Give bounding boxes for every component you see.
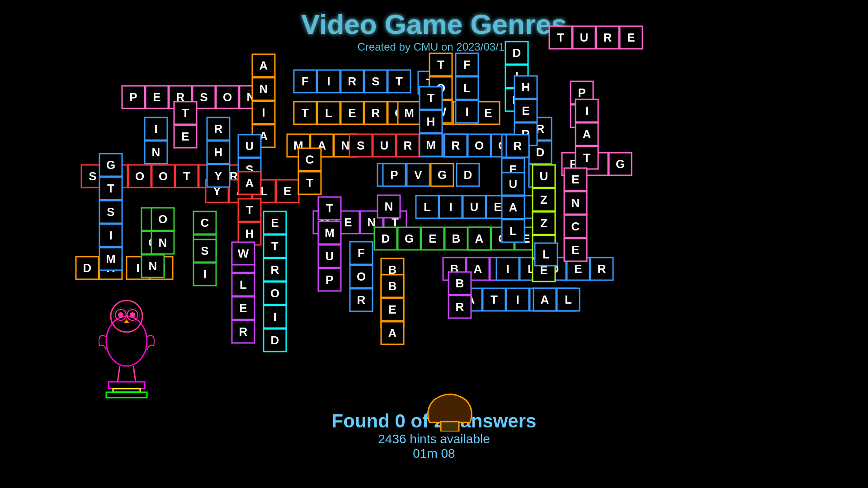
svg-text:N: N <box>341 139 350 152</box>
svg-text:E: E <box>429 232 436 245</box>
svg-text:E: E <box>522 104 529 117</box>
svg-text:L: L <box>565 293 572 306</box>
svg-text:U: U <box>509 177 518 191</box>
svg-text:O: O <box>270 286 279 300</box>
svg-text:C: C <box>571 220 580 233</box>
svg-text:T: T <box>326 202 333 215</box>
svg-text:F: F <box>358 246 365 260</box>
svg-text:Z: Z <box>540 193 547 206</box>
svg-text:S: S <box>89 169 96 183</box>
svg-text:M: M <box>404 106 414 120</box>
svg-text:T: T <box>182 106 189 120</box>
svg-text:E: E <box>484 106 492 120</box>
svg-text:R: R <box>404 139 412 152</box>
svg-text:I: I <box>273 310 276 324</box>
svg-text:N: N <box>385 200 393 213</box>
svg-text:N: N <box>152 145 160 159</box>
svg-text:A: A <box>245 176 254 190</box>
svg-text:H: H <box>245 227 254 240</box>
svg-text:G: G <box>405 232 414 245</box>
svg-text:P: P <box>326 273 333 286</box>
svg-text:D: D <box>83 261 92 275</box>
svg-text:T: T <box>583 151 590 164</box>
svg-rect-391 <box>108 382 145 389</box>
svg-text:E: E <box>344 216 352 229</box>
svg-text:I: I <box>109 229 112 242</box>
svg-text:R: R <box>452 139 460 152</box>
svg-text:D: D <box>513 46 521 60</box>
svg-text:R: R <box>372 106 380 120</box>
svg-text:B: B <box>456 277 464 290</box>
svg-text:I: I <box>327 75 330 88</box>
svg-text:R: R <box>357 293 366 307</box>
svg-text:U: U <box>326 249 334 263</box>
svg-text:T: T <box>491 293 498 306</box>
svg-text:D: D <box>382 232 390 245</box>
svg-text:T: T <box>183 169 190 183</box>
svg-text:D: D <box>536 145 545 159</box>
svg-text:U: U <box>580 31 589 44</box>
svg-text:M: M <box>106 252 116 266</box>
svg-text:I: I <box>154 122 157 136</box>
svg-text:U: U <box>540 169 548 183</box>
svg-text:I: I <box>262 106 265 119</box>
svg-text:H: H <box>522 80 530 94</box>
svg-text:S: S <box>357 139 364 152</box>
svg-text:E: E <box>348 106 356 120</box>
svg-text:E: E <box>239 301 247 315</box>
svg-text:T: T <box>302 106 309 120</box>
svg-text:F: F <box>302 75 309 88</box>
svg-text:N: N <box>159 236 167 249</box>
svg-text:G: G <box>438 168 447 182</box>
svg-text:E: E <box>574 262 582 276</box>
svg-text:E: E <box>494 200 501 214</box>
svg-text:I: I <box>465 105 468 118</box>
svg-text:L: L <box>325 106 332 120</box>
svg-text:F: F <box>463 58 471 71</box>
svg-text:Y: Y <box>214 169 222 183</box>
svg-line-389 <box>118 366 120 382</box>
mascot <box>88 287 165 400</box>
svg-text:W: W <box>238 247 249 260</box>
svg-text:B: B <box>388 279 397 293</box>
svg-text:O: O <box>475 139 484 152</box>
svg-text:H: H <box>427 115 435 128</box>
svg-text:A: A <box>509 201 518 214</box>
svg-text:S: S <box>201 244 208 258</box>
svg-text:Z: Z <box>540 216 547 230</box>
svg-text:I: I <box>203 267 206 281</box>
svg-text:T: T <box>107 182 114 195</box>
svg-text:A: A <box>583 127 591 141</box>
svg-text:E: E <box>571 243 579 257</box>
svg-text:I: I <box>585 104 588 117</box>
svg-text:N: N <box>149 259 157 273</box>
svg-text:O: O <box>135 169 144 183</box>
svg-text:S: S <box>200 90 208 104</box>
svg-text:T: T <box>427 91 434 105</box>
svg-text:A: A <box>541 293 549 306</box>
svg-text:O: O <box>357 270 366 283</box>
svg-text:N: N <box>571 196 580 210</box>
svg-text:E: E <box>153 90 160 104</box>
orange-decoration <box>420 386 479 432</box>
svg-text:S: S <box>107 205 114 219</box>
svg-text:O: O <box>159 169 168 183</box>
svg-text:A: A <box>474 262 482 276</box>
svg-text:M: M <box>426 138 436 152</box>
svg-text:R: R <box>456 300 464 314</box>
svg-rect-393 <box>106 392 147 398</box>
svg-text:C: C <box>306 153 314 166</box>
svg-text:G: G <box>106 158 115 172</box>
svg-text:R: R <box>214 122 223 136</box>
svg-text:L: L <box>509 224 517 238</box>
svg-text:L: L <box>424 200 431 214</box>
svg-text:T: T <box>246 203 253 217</box>
svg-text:E: E <box>627 31 635 44</box>
svg-text:H: H <box>214 145 223 159</box>
svg-text:B: B <box>452 232 461 245</box>
svg-text:I: I <box>516 293 519 306</box>
svg-text:R: R <box>239 325 248 338</box>
svg-point-387 <box>130 312 135 318</box>
svg-marker-388 <box>124 319 129 323</box>
svg-text:O: O <box>158 212 167 226</box>
